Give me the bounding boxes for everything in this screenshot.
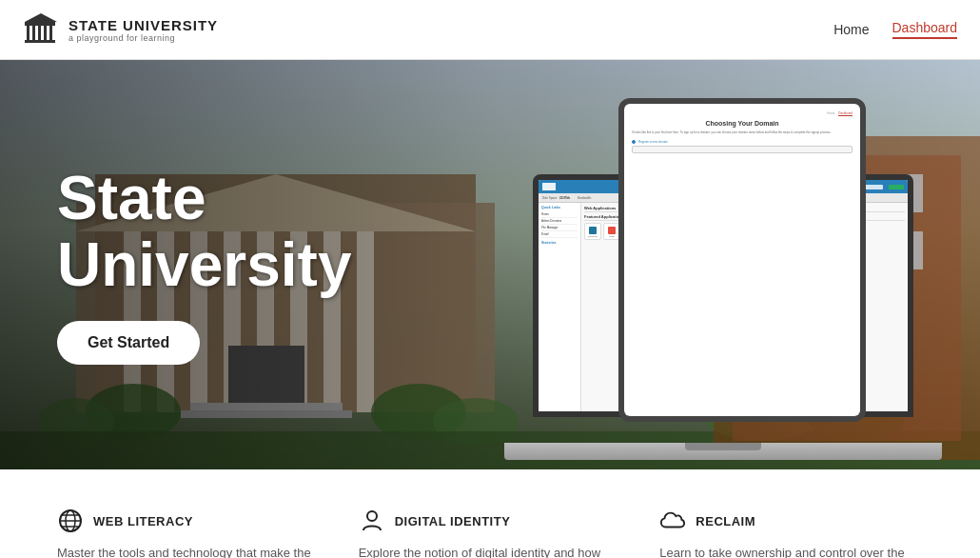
feature-web-literacy-desc: Master the tools and technology that mak… (57, 544, 321, 558)
db-sidebar: Quick Links Home Admin Domains File Mana… (539, 203, 581, 411)
domain-input-mock (632, 146, 853, 153)
db-link-admin: Admin Domains (541, 218, 578, 225)
db-bandwidth: Bandwidth: (578, 196, 592, 200)
feature-reclaim-header: Reclaim (659, 508, 923, 534)
person-icon (359, 508, 385, 534)
globe-icon (57, 508, 84, 534)
features-section: Web Literacy Master the tools and techno… (0, 469, 980, 558)
university-icon (23, 11, 59, 48)
hero-line1: State (57, 164, 206, 232)
db-app-wordpress: WordPress (584, 223, 601, 240)
db-app-wordpress-name: WordPress (588, 235, 598, 237)
db-register-btn (889, 185, 904, 189)
db-logo (542, 183, 556, 190)
db-disk-label: Disk Space: (542, 196, 558, 200)
db-quick-links-title: Quick Links (541, 206, 578, 209)
logo-area: State University a playground for learni… (23, 11, 218, 48)
domain-register-option: Register a new domain (632, 140, 853, 144)
screen-mockups: Disk Space: 22.07kb Bandwidth: Quick Lin… (457, 89, 942, 460)
domain-radio (632, 140, 636, 144)
hero-heading: State University (57, 165, 351, 299)
svg-point-46 (367, 511, 377, 521)
db-disk-val: 22.07kb (559, 196, 570, 200)
feature-web-literacy: Web Literacy Master the tools and techno… (57, 508, 321, 558)
svg-rect-4 (49, 25, 52, 40)
logo-title: State University (69, 17, 218, 33)
domain-nav-home: Home (827, 111, 834, 116)
main-nav: Home Dashboard (833, 20, 957, 39)
feature-digital-identity-desc: Explore the notion of digital identity a… (359, 544, 622, 558)
hero-section: State University Get Started (0, 60, 980, 469)
logo-subtitle: a playground for learning (69, 33, 218, 43)
header: State University a playground for learni… (0, 0, 980, 60)
svg-rect-3 (44, 25, 47, 40)
domain-nav: Home Dashboard (632, 111, 853, 116)
feature-web-literacy-title: Web Literacy (93, 514, 193, 528)
db-bandwidth-label: Bandwidth: (578, 196, 592, 200)
domain-option-label: Register a new domain (638, 140, 668, 144)
db-link-files: File Manager (541, 225, 578, 231)
get-started-button[interactable]: Get Started (57, 321, 200, 365)
db-link-home: Home (541, 211, 578, 218)
nav-home[interactable]: Home (833, 22, 869, 37)
wordpress-icon (589, 227, 597, 234)
svg-rect-7 (25, 40, 55, 43)
svg-marker-6 (25, 13, 57, 22)
svg-rect-0 (27, 25, 29, 40)
cloud-icon (659, 508, 686, 534)
db-disk: Disk Space: 22.07kb (542, 196, 570, 200)
domain-page-title: Choosing Your Domain (632, 120, 853, 127)
nav-dashboard[interactable]: Dashboard (892, 20, 958, 39)
laptop-base (504, 443, 942, 460)
feature-reclaim-title: Reclaim (696, 514, 755, 528)
svg-rect-5 (25, 22, 55, 26)
svg-rect-1 (32, 25, 35, 40)
feature-web-literacy-header: Web Literacy (57, 508, 321, 534)
svg-rect-2 (38, 25, 41, 40)
domain-body-text: It looks like this is your first time he… (632, 130, 853, 134)
feature-reclaim-desc: Learn to take ownership and control over… (659, 544, 923, 558)
hero-text-block: State University Get Started (0, 165, 408, 366)
feature-digital-identity-title: Digital Identity (395, 514, 511, 528)
logo-text: State University a playground for learni… (69, 17, 218, 43)
db-stats-title: Statistics (541, 241, 578, 245)
feature-digital-identity: Digital Identity Explore the notion of d… (359, 508, 622, 558)
db-link-email: Email (541, 231, 578, 238)
feature-digital-identity-header: Digital Identity (359, 508, 622, 534)
domain-choosing-screen: Home Dashboard Choosing Your Domain It l… (624, 104, 860, 416)
domain-nav-dashboard: Dashboard (838, 111, 853, 116)
scalar-icon (608, 227, 616, 234)
tablet-screen: Home Dashboard Choosing Your Domain It l… (624, 104, 860, 416)
feature-reclaim: Reclaim Learn to take ownership and cont… (659, 508, 923, 558)
hero-line2: University (57, 230, 351, 299)
tablet-mockup: Home Dashboard Choosing Your Domain It l… (618, 98, 866, 422)
db-app-scalar-name: Scalar (609, 235, 615, 237)
